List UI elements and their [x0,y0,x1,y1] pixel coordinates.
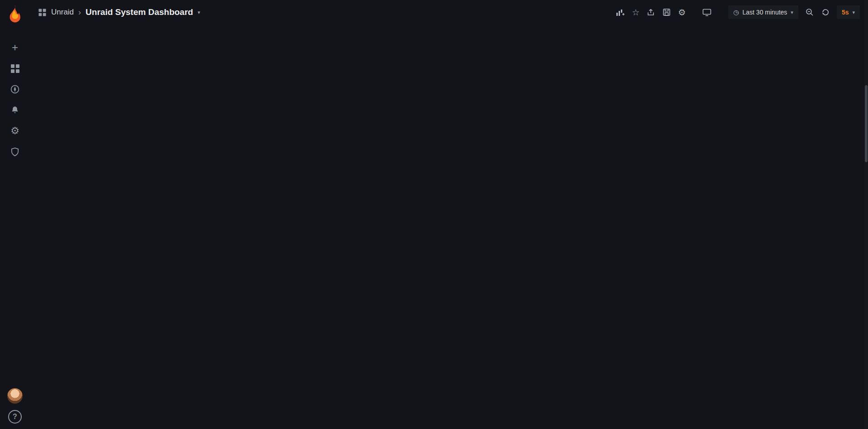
grafana-app: + ⚙ ? Unraid › Unraid System Dashboard ▾ [0,0,868,429]
help-icon[interactable]: ? [8,410,22,424]
dashboard-body: kWh Price 0.65 ▾ Currency kr ▾ UPS Max O… [30,24,43,29]
four-squares-icon [11,64,19,73]
navbar-actions: ☆ ⚙ ◷ Last 30 minutes ▾ [615,5,860,19]
refresh-interval-caret-icon: ▾ [852,10,855,15]
main-area: Unraid › Unraid System Dashboard ▾ ☆ ⚙ [30,0,868,429]
explore-compass-icon[interactable] [5,79,25,100]
sidebar: + ⚙ ? [0,0,30,429]
share-icon[interactable] [646,8,655,17]
server-admin-shield-icon[interactable] [5,141,25,162]
dashboards-icon[interactable] [5,58,25,79]
gear-icon: ⚙ [10,125,19,137]
settings-gear-icon[interactable]: ⚙ [678,7,686,18]
add-panel-icon[interactable] [615,8,625,17]
time-range-picker[interactable]: ◷ Last 30 minutes ▾ [728,5,798,19]
configuration-gear-icon[interactable]: ⚙ [5,121,25,141]
tv-cycle-icon[interactable] [702,8,712,17]
star-icon[interactable]: ☆ [632,7,639,18]
time-range-label: Last 30 minutes [743,9,787,16]
user-avatar[interactable] [7,388,23,404]
page-scrollbar[interactable] [864,0,868,429]
save-icon[interactable] [662,8,671,17]
top-navbar: Unraid › Unraid System Dashboard ▾ ☆ ⚙ [30,0,868,24]
breadcrumb-root[interactable]: Unraid [51,8,74,17]
dashboard-title[interactable]: Unraid System Dashboard [86,7,193,17]
time-range-caret-icon: ▾ [791,10,793,15]
question-mark-icon: ? [13,413,17,421]
refresh-interval-label: 5s [842,9,849,16]
dashboard-grid-icon[interactable] [38,9,46,16]
alerting-bell-icon[interactable] [5,100,25,121]
refresh-interval-picker[interactable]: 5s ▾ [837,5,860,19]
scrollbar-thumb[interactable] [865,85,868,162]
zoom-out-icon[interactable] [805,8,814,17]
create-plus-icon[interactable]: + [5,37,25,58]
plus-icon: + [12,41,18,54]
breadcrumb-separator: › [78,8,81,17]
grafana-logo-icon[interactable] [5,4,25,24]
title-caret-icon[interactable]: ▾ [198,10,200,15]
clock-icon: ◷ [733,9,739,16]
refresh-icon[interactable] [821,8,830,17]
